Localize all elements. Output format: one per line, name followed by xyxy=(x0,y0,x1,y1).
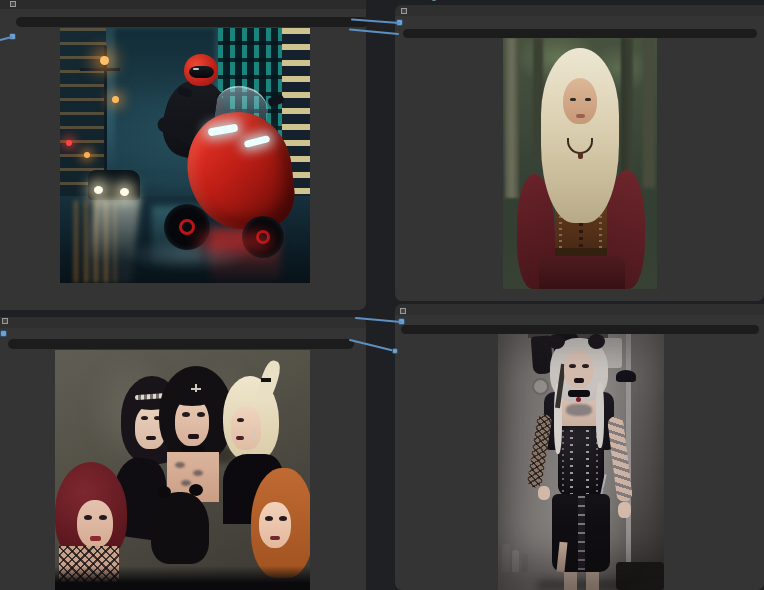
earring xyxy=(253,430,255,440)
node-collapse-icon[interactable] xyxy=(400,308,406,314)
image-input-port[interactable] xyxy=(9,33,16,40)
image-node-top-left[interactable] xyxy=(0,0,366,310)
tattoo xyxy=(181,480,191,486)
tattoo xyxy=(175,462,185,468)
tree-trunk xyxy=(505,38,519,198)
visor-glint xyxy=(193,68,199,70)
node-title-bar[interactable] xyxy=(0,0,366,9)
tattoo xyxy=(193,470,203,476)
car-silhouette xyxy=(88,170,140,200)
red-traffic-light xyxy=(66,140,72,146)
car-headlight xyxy=(120,188,129,196)
hair-bun xyxy=(189,484,203,496)
goth-face xyxy=(231,406,261,450)
dark-red-skirt xyxy=(539,256,625,289)
eye xyxy=(141,416,148,420)
generated-image-motorcycle[interactable] xyxy=(60,28,310,283)
node-collapse-icon[interactable] xyxy=(10,1,16,7)
eye xyxy=(570,98,576,101)
dark-clothing xyxy=(55,566,310,590)
eye xyxy=(279,516,287,521)
generated-image-goth-bedroom[interactable] xyxy=(498,334,664,590)
street-lamp xyxy=(84,152,90,158)
car-headlight xyxy=(94,186,103,194)
node-title-fragment: Save Image xyxy=(391,0,463,4)
pendant xyxy=(578,152,583,159)
hair-bun xyxy=(157,486,171,498)
generated-image-goth-group[interactable] xyxy=(55,350,310,590)
eye xyxy=(197,412,205,417)
image-widget-bar[interactable] xyxy=(403,29,757,38)
image-widget-bar[interactable] xyxy=(8,339,354,349)
image-widget-bar[interactable] xyxy=(401,325,759,334)
lips xyxy=(576,114,585,118)
front-rim xyxy=(179,219,195,235)
node-title-bar[interactable] xyxy=(395,304,764,315)
image-node-bottom-left[interactable] xyxy=(0,317,366,590)
street-lamp xyxy=(100,56,109,65)
goth-face xyxy=(259,502,291,548)
bangs xyxy=(171,392,213,406)
street-lamp xyxy=(112,96,119,103)
node-title-bar[interactable] xyxy=(0,317,366,328)
dark-red-lips xyxy=(90,536,101,541)
image-input-port[interactable] xyxy=(392,348,398,354)
eye xyxy=(265,516,273,521)
node-title-bar[interactable] xyxy=(395,5,764,16)
black-lips xyxy=(146,436,156,440)
eye xyxy=(84,515,92,520)
node-collapse-icon[interactable] xyxy=(2,318,8,324)
street-pole-arm xyxy=(80,68,120,71)
tree-trunk xyxy=(643,38,655,188)
image-input-port[interactable] xyxy=(0,330,7,337)
back-of-head xyxy=(151,492,209,564)
image-node-bottom-right[interactable] xyxy=(395,304,764,590)
vignette xyxy=(498,334,664,590)
hair-tie xyxy=(261,378,271,382)
eye xyxy=(237,418,244,422)
red-underglow xyxy=(200,234,270,250)
cross-hairpin xyxy=(191,388,201,390)
street-pole xyxy=(104,46,107,176)
image-input-port[interactable] xyxy=(396,19,403,26)
blonde-hair xyxy=(541,48,619,223)
generated-image-blonde-forest[interactable] xyxy=(503,38,657,289)
eye xyxy=(585,98,591,101)
image-node-top-right[interactable] xyxy=(395,5,764,301)
node-collapse-icon[interactable] xyxy=(401,8,407,14)
eye xyxy=(182,412,190,417)
node-graph-canvas[interactable]: Save Image xyxy=(0,0,764,590)
dark-red-lips xyxy=(236,436,244,440)
image-widget-bar[interactable] xyxy=(16,17,368,27)
black-lips xyxy=(188,434,199,439)
lips xyxy=(270,536,280,540)
image-input-port[interactable] xyxy=(398,318,405,325)
eye xyxy=(99,515,107,520)
